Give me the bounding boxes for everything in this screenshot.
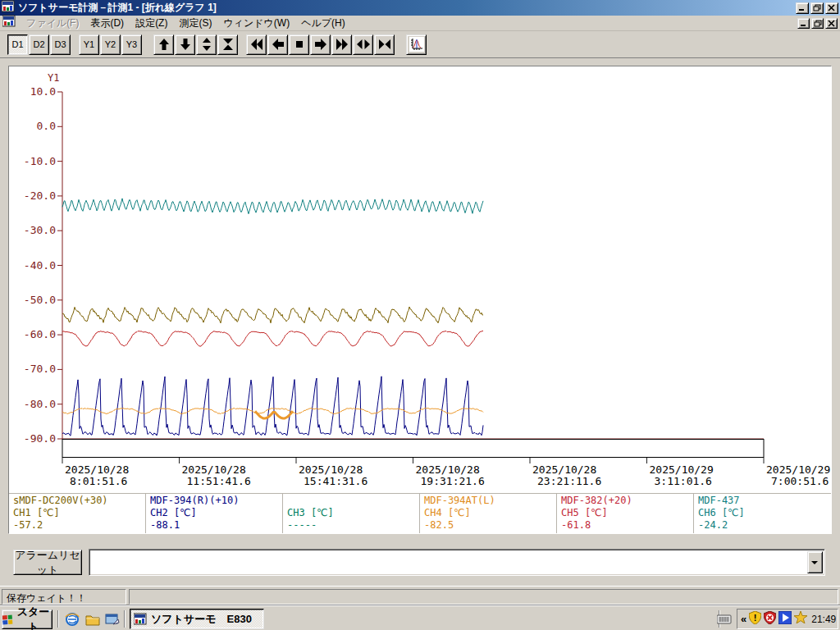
double-left-icon [250,38,263,51]
legend-sensor: MDF-382(+20) [561,495,689,507]
legend-channel: CH6 [℃] [698,507,827,519]
tray-chevron[interactable]: « [741,613,746,625]
menu-view[interactable]: 表示(D) [84,15,130,32]
y1-button[interactable]: Y1 [79,34,99,55]
media-player-icon[interactable] [778,611,792,628]
svg-text:-40.0: -40.0 [24,259,56,272]
alarm-reset-button[interactable]: アラームリセット [13,550,82,575]
expand-vertical-icon [200,38,213,51]
legend-cell-ch5: MDF-382(+20)CH5 [℃]-61.8 [557,494,694,533]
task-button-softthermo[interactable]: ソフトサーモ E830 [130,609,264,629]
legend-value: ----- [287,519,415,532]
svg-text:15:41:31.6: 15:41:31.6 [304,475,368,487]
svg-text:-80.0: -80.0 [24,398,56,410]
d2-button[interactable]: D2 [29,34,49,55]
start-label: スタート [15,605,52,630]
legend-cell-ch4: MDF-394AT(L)CH4 [℃]-82.5 [420,494,557,533]
d1-button[interactable]: D1 [7,34,28,55]
alarm-combo-value[interactable] [92,552,806,573]
scroll-up-button[interactable] [153,34,174,55]
channel-legend: sMDF-DC200V(+30)CH1 [℃]-57.2MDF-394(R)(+… [9,493,831,533]
legend-value: -82.5 [424,519,552,532]
alarm-row: アラームリセット [0,538,840,586]
svg-text:2025/10/28: 2025/10/28 [416,463,480,476]
combo-dropdown-button[interactable] [807,551,823,573]
legend-cell-ch3: CH3 [℃]----- [283,494,420,533]
menu-bar: ファイル(F) 表示(D) 設定(Z) 測定(S) ウィンドウ(W) ヘルプ(H… [0,16,840,31]
menu-window[interactable]: ウィンドウ(W) [217,15,295,32]
legend-channel: CH5 [℃] [561,507,689,519]
child-restore-button[interactable] [811,18,824,29]
svg-text:3:11:01.6: 3:11:01.6 [655,475,712,487]
security-warning-icon[interactable]: ! [749,611,761,628]
svg-text:-60.0: -60.0 [24,328,56,340]
alarm-combobox[interactable] [89,549,825,576]
svg-text:-50.0: -50.0 [24,294,56,306]
expand-vertical-button[interactable] [196,34,217,55]
svg-text:2025/10/28: 2025/10/28 [182,463,246,476]
legend-value: -61.8 [561,519,689,532]
scroll-down-button[interactable] [175,34,195,55]
close-button[interactable] [825,2,838,14]
compress-vertical-button[interactable] [217,34,238,55]
compress-horizontal-button[interactable] [374,34,395,55]
show-desktop-icon[interactable] [104,611,121,628]
svg-text:0.0: 0.0 [37,120,56,132]
status-bar: 保存ウェイト！！ [0,586,840,605]
svg-text:-20.0: -20.0 [24,189,56,202]
security-alert-icon[interactable] [764,611,776,628]
star-icon[interactable] [794,611,807,627]
app-icon [2,0,15,16]
svg-text:11:51:41.6: 11:51:41.6 [187,475,251,487]
folder-icon[interactable] [84,611,101,628]
svg-text:-90.0: -90.0 [24,432,56,445]
svg-text:2025/10/29: 2025/10/29 [650,463,714,476]
step-forward-button[interactable] [310,34,331,55]
menu-file[interactable]: ファイル(F) [21,15,84,32]
graph-settings-button[interactable] [406,34,427,55]
y3-button[interactable]: Y3 [121,34,142,55]
keyboard-icon[interactable] [717,613,732,628]
double-right-icon [336,38,349,51]
compress-horizontal-icon [378,38,391,51]
series-ch6 [62,199,483,214]
svg-text:2025/10/29: 2025/10/29 [766,463,830,476]
menu-help[interactable]: ヘルプ(H) [295,15,351,32]
menu-settings[interactable]: 設定(Z) [130,15,173,32]
stop-icon [293,38,306,51]
step-back-button[interactable] [267,34,288,55]
taskbar: スタート ソフトサーモ E830 « ! [0,605,840,630]
minimize-button[interactable] [796,2,809,14]
svg-text:23:21:11.6: 23:21:11.6 [537,475,601,487]
legend-sensor: MDF-437 [698,495,827,507]
task-label: ソフトサーモ E830 [151,612,252,627]
restore-button[interactable] [810,2,824,14]
svg-text:10.0: 10.0 [30,85,56,98]
fast-rewind-button[interactable] [246,34,267,55]
system-tray: « ! 21:49 [737,609,838,629]
svg-text:Y1: Y1 [48,72,59,84]
y2-button[interactable]: Y2 [100,34,121,55]
series-ch2 [62,377,483,436]
start-button[interactable]: スタート [2,609,52,629]
status-extra [129,589,838,605]
d3-button[interactable]: D3 [50,34,71,55]
left-arrow-icon [272,38,285,51]
compress-vertical-icon [221,38,235,51]
legend-value: -88.1 [150,519,278,532]
stop-button[interactable] [289,34,309,55]
title-bar: ソフトサーモ計測－計測1 - [折れ線グラフ 1] [0,0,840,16]
child-minimize-button[interactable] [797,18,810,29]
expand-horizontal-button[interactable] [353,34,373,55]
legend-sensor: sMDF-DC200V(+30) [13,495,141,507]
menu-measure[interactable]: 測定(S) [173,15,217,32]
legend-value: -57.2 [13,519,141,532]
fast-forward-button[interactable] [331,34,352,55]
internet-explorer-icon[interactable] [64,611,80,628]
svg-text:8:01:51.6: 8:01:51.6 [70,475,127,487]
svg-text:2025/10/28: 2025/10/28 [65,463,129,476]
svg-text:-10.0: -10.0 [24,155,56,167]
legend-channel: CH4 [℃] [424,507,552,519]
child-close-button[interactable] [825,18,838,29]
svg-text:2025/10/28: 2025/10/28 [532,463,596,476]
